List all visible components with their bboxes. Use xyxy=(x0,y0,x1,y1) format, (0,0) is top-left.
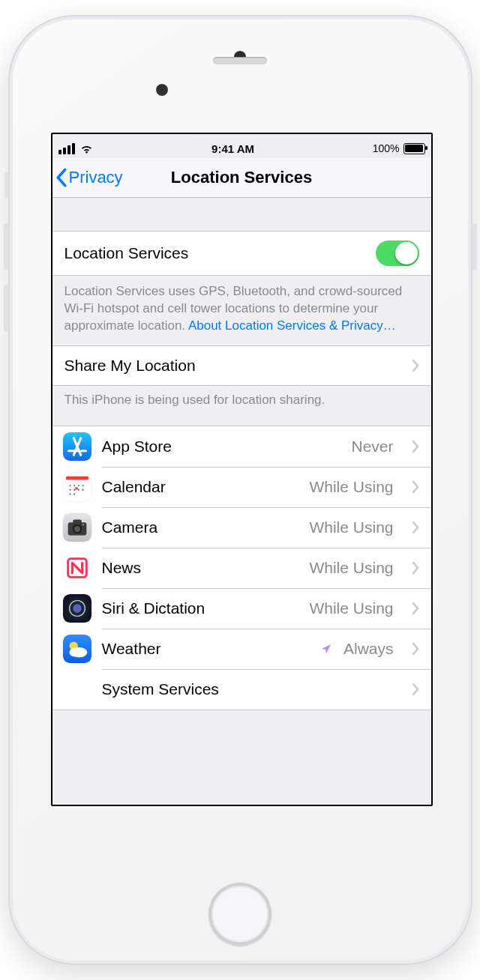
status-bar: 9:41 AM 100% xyxy=(52,134,431,158)
svg-rect-2 xyxy=(65,477,88,480)
toggle-footer: Location Services uses GPS, Bluetooth, a… xyxy=(52,276,431,345)
svg-point-6 xyxy=(82,485,83,486)
app-name: App Store xyxy=(102,438,172,456)
status-time: 9:41 AM xyxy=(212,142,254,155)
app-row-news[interactable]: News While Using xyxy=(52,548,431,588)
chevron-left-icon xyxy=(56,168,68,187)
volume-down xyxy=(4,285,9,331)
chevron-right-icon xyxy=(412,602,419,615)
svg-point-30 xyxy=(69,648,79,656)
svg-point-18 xyxy=(74,526,80,532)
svg-point-5 xyxy=(77,485,79,486)
back-label: Privacy xyxy=(69,168,123,187)
about-privacy-link[interactable]: About Location Services & Privacy… xyxy=(188,318,396,333)
mute-switch xyxy=(4,172,9,198)
phone-frame: 9:41 AM 100% Privacy Location Services L… xyxy=(8,15,472,965)
location-services-toggle[interactable] xyxy=(376,241,419,266)
navigation-bar: Privacy Location Services xyxy=(52,158,431,198)
app-name: Camera xyxy=(102,518,158,536)
svg-point-9 xyxy=(77,489,79,491)
app-row-appstore[interactable]: App Store Never xyxy=(52,426,431,467)
app-value: Never xyxy=(351,438,393,456)
app-row-camera[interactable]: Camera While Using xyxy=(52,507,431,548)
svg-point-19 xyxy=(82,524,84,525)
app-value: Always xyxy=(344,640,394,658)
camera-icon xyxy=(63,513,92,542)
location-recent-icon xyxy=(321,644,332,654)
apps-list: App Store Never Calendar xyxy=(52,426,431,710)
app-row-calendar[interactable]: Calendar While Using xyxy=(52,467,431,507)
svg-point-8 xyxy=(74,489,75,491)
toggle-knob xyxy=(395,242,418,264)
proximity-sensor xyxy=(156,84,168,96)
app-value: While Using xyxy=(309,478,393,496)
share-footer: This iPhone is being used for location s… xyxy=(52,386,431,426)
svg-point-7 xyxy=(69,489,70,491)
chevron-right-icon xyxy=(412,561,419,575)
chevron-right-icon xyxy=(412,642,419,656)
volume-up xyxy=(4,223,9,270)
app-name: Siri & Dictation xyxy=(102,599,206,617)
speaker-grille xyxy=(213,57,267,64)
system-services-row[interactable]: System Services xyxy=(52,669,431,710)
svg-point-26 xyxy=(73,604,81,612)
wifi-icon xyxy=(80,143,94,154)
power-button xyxy=(472,223,477,270)
svg-point-12 xyxy=(74,493,75,494)
svg-point-3 xyxy=(69,485,70,486)
location-services-toggle-row: Location Services xyxy=(52,231,431,276)
app-name: News xyxy=(102,559,142,577)
svg-rect-16 xyxy=(73,519,81,524)
app-row-weather[interactable]: Weather Always xyxy=(52,629,431,669)
screen: 9:41 AM 100% Privacy Location Services L… xyxy=(51,133,433,806)
home-button[interactable] xyxy=(208,883,272,946)
app-row-siri[interactable]: Siri & Dictation While Using xyxy=(52,588,431,629)
calendar-icon xyxy=(63,473,92,501)
svg-point-13 xyxy=(75,487,78,490)
news-icon xyxy=(63,554,92,582)
siri-icon xyxy=(63,594,92,623)
location-services-label: Location Services xyxy=(64,244,189,262)
app-value: While Using xyxy=(309,559,393,577)
battery-percent: 100% xyxy=(373,142,400,154)
chevron-right-icon xyxy=(412,359,419,372)
svg-point-4 xyxy=(74,485,75,486)
cellular-signal-icon xyxy=(58,143,75,154)
app-name: Calendar xyxy=(102,478,166,496)
share-my-location-label: Share My Location xyxy=(64,357,196,375)
appstore-icon xyxy=(63,432,92,461)
weather-icon xyxy=(63,635,92,663)
app-value: While Using xyxy=(309,518,393,536)
app-name: Weather xyxy=(102,640,161,658)
chevron-right-icon xyxy=(412,683,419,696)
share-my-location-row[interactable]: Share My Location xyxy=(52,346,431,385)
svg-point-10 xyxy=(82,489,83,491)
chevron-right-icon xyxy=(412,440,419,453)
battery-indicator: 100% xyxy=(373,142,425,154)
chevron-right-icon xyxy=(412,480,419,494)
chevron-right-icon xyxy=(412,521,419,534)
app-value: While Using xyxy=(309,599,393,617)
back-button[interactable]: Privacy xyxy=(56,158,123,197)
system-services-label: System Services xyxy=(102,680,219,698)
page-title: Location Services xyxy=(171,168,312,187)
svg-point-11 xyxy=(69,493,70,494)
